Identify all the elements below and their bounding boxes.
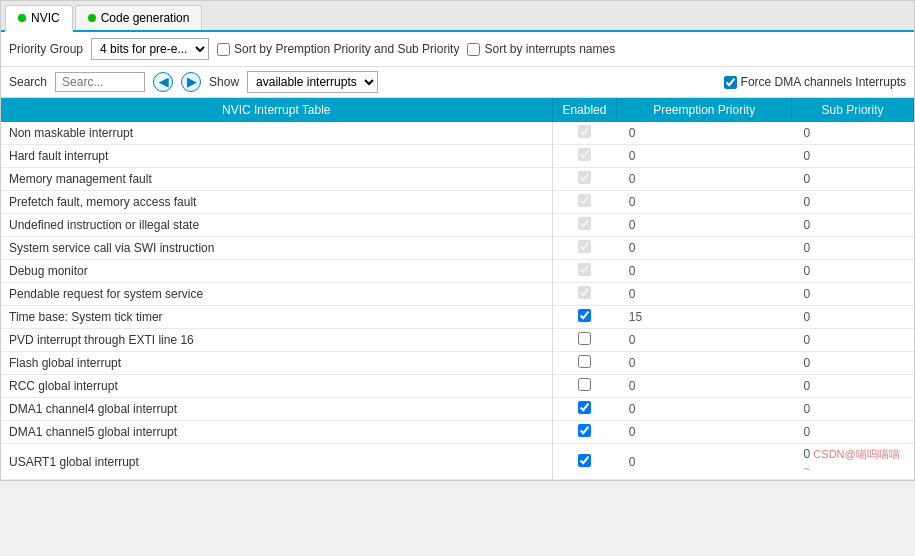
subpriority-cell: 0 <box>792 375 914 398</box>
preemption-cell: 0 <box>617 444 792 480</box>
enabled-cell[interactable] <box>552 168 617 191</box>
subpriority-cell: 0 <box>792 168 914 191</box>
sort-names-label: Sort by interrupts names <box>484 42 615 56</box>
enabled-checkbox[interactable] <box>578 378 591 391</box>
interrupt-name: Hard fault interrupt <box>1 145 552 168</box>
col-header-preemption: Preemption Priority <box>617 98 792 122</box>
table-row: Debug monitor00 <box>1 260 914 283</box>
enabled-cell[interactable] <box>552 329 617 352</box>
priority-group-select[interactable]: 4 bits for pre-e... <box>91 38 209 60</box>
enabled-cell[interactable] <box>552 352 617 375</box>
sort-premption-group: Sort by Premption Priority and Sub Prior… <box>217 42 459 56</box>
tab-code-gen-label: Code generation <box>101 11 190 25</box>
enabled-cell[interactable] <box>552 306 617 329</box>
show-select[interactable]: available interrupts <box>247 71 378 93</box>
table-row: Flash global interrupt00 <box>1 352 914 375</box>
subpriority-cell: 0 <box>792 306 914 329</box>
enabled-checkbox[interactable] <box>578 240 591 253</box>
tab-code-generation[interactable]: Code generation <box>75 5 203 30</box>
main-container: NVIC Code generation Priority Group 4 bi… <box>0 0 915 481</box>
enabled-cell[interactable] <box>552 444 617 480</box>
enabled-cell[interactable] <box>552 375 617 398</box>
toolbar-row2: Search ◀ ▶ Show available interrupts For… <box>1 67 914 98</box>
subpriority-cell: 0 <box>792 260 914 283</box>
enabled-cell[interactable] <box>552 214 617 237</box>
enabled-cell[interactable] <box>552 421 617 444</box>
nvic-dot <box>18 14 26 22</box>
table-row: RCC global interrupt00 <box>1 375 914 398</box>
search-input[interactable] <box>55 72 145 92</box>
preemption-cell: 0 <box>617 122 792 145</box>
table-row: Time base: System tick timer150 <box>1 306 914 329</box>
interrupt-name: Flash global interrupt <box>1 352 552 375</box>
interrupt-name: Undefined instruction or illegal state <box>1 214 552 237</box>
interrupt-name: Debug monitor <box>1 260 552 283</box>
force-dma-group: Force DMA channels Interrupts <box>724 75 906 89</box>
enabled-cell[interactable] <box>552 260 617 283</box>
interrupt-name: USART1 global interrupt <box>1 444 552 480</box>
subpriority-cell: 0 <box>792 191 914 214</box>
enabled-checkbox[interactable] <box>578 286 591 299</box>
enabled-checkbox[interactable] <box>578 171 591 184</box>
show-label: Show <box>209 75 239 89</box>
force-dma-checkbox[interactable] <box>724 76 737 89</box>
enabled-checkbox[interactable] <box>578 194 591 207</box>
enabled-cell[interactable] <box>552 237 617 260</box>
table-header-row: NVIC Interrupt Table Enabled Preemption … <box>1 98 914 122</box>
table-row: Prefetch fault, memory access fault00 <box>1 191 914 214</box>
subpriority-cell: 0 <box>792 283 914 306</box>
enabled-cell[interactable] <box>552 145 617 168</box>
table-row: USART1 global interrupt00 CSDN@喵呜喵喵~ <box>1 444 914 480</box>
col-header-enabled: Enabled <box>552 98 617 122</box>
sort-premption-label: Sort by Premption Priority and Sub Prior… <box>234 42 459 56</box>
preemption-cell: 0 <box>617 191 792 214</box>
interrupt-name: PVD interrupt through EXTI line 16 <box>1 329 552 352</box>
tab-nvic-label: NVIC <box>31 11 60 25</box>
sort-names-checkbox[interactable] <box>467 43 480 56</box>
enabled-checkbox[interactable] <box>578 309 591 322</box>
interrupt-name: RCC global interrupt <box>1 375 552 398</box>
table-row: System service call via SWI instruction0… <box>1 237 914 260</box>
col-header-name: NVIC Interrupt Table <box>1 98 552 122</box>
preemption-cell: 0 <box>617 283 792 306</box>
enabled-checkbox[interactable] <box>578 217 591 230</box>
prev-btn[interactable]: ◀ <box>153 72 173 92</box>
enabled-checkbox[interactable] <box>578 401 591 414</box>
search-label: Search <box>9 75 47 89</box>
preemption-cell: 0 <box>617 375 792 398</box>
tab-nvic[interactable]: NVIC <box>5 5 73 32</box>
enabled-cell[interactable] <box>552 191 617 214</box>
enabled-checkbox[interactable] <box>578 424 591 437</box>
interrupt-name: System service call via SWI instruction <box>1 237 552 260</box>
next-btn[interactable]: ▶ <box>181 72 201 92</box>
enabled-checkbox[interactable] <box>578 332 591 345</box>
subpriority-cell: 0 <box>792 352 914 375</box>
subpriority-cell: 0 CSDN@喵呜喵喵~ <box>792 444 914 480</box>
subpriority-cell: 0 <box>792 398 914 421</box>
preemption-cell: 0 <box>617 260 792 283</box>
enabled-checkbox[interactable] <box>578 454 591 467</box>
interrupt-name: Time base: System tick timer <box>1 306 552 329</box>
col-header-subpriority: Sub Priority <box>792 98 914 122</box>
preemption-cell: 0 <box>617 237 792 260</box>
enabled-checkbox[interactable] <box>578 263 591 276</box>
subpriority-cell: 0 <box>792 421 914 444</box>
subpriority-cell: 0 <box>792 122 914 145</box>
interrupt-table: NVIC Interrupt Table Enabled Preemption … <box>1 98 914 480</box>
table-row: Pendable request for system service00 <box>1 283 914 306</box>
table-row: DMA1 channel4 global interrupt00 <box>1 398 914 421</box>
enabled-cell[interactable] <box>552 283 617 306</box>
table-row: PVD interrupt through EXTI line 1600 <box>1 329 914 352</box>
enabled-checkbox[interactable] <box>578 148 591 161</box>
enabled-checkbox[interactable] <box>578 355 591 368</box>
interrupt-name: Pendable request for system service <box>1 283 552 306</box>
preemption-cell: 0 <box>617 421 792 444</box>
toolbar-row1: Priority Group 4 bits for pre-e... Sort … <box>1 32 914 67</box>
interrupt-name: Non maskable interrupt <box>1 122 552 145</box>
table-row: DMA1 channel5 global interrupt00 <box>1 421 914 444</box>
enabled-cell[interactable] <box>552 122 617 145</box>
enabled-checkbox[interactable] <box>578 125 591 138</box>
force-dma-label: Force DMA channels Interrupts <box>741 75 906 89</box>
sort-premption-checkbox[interactable] <box>217 43 230 56</box>
enabled-cell[interactable] <box>552 398 617 421</box>
